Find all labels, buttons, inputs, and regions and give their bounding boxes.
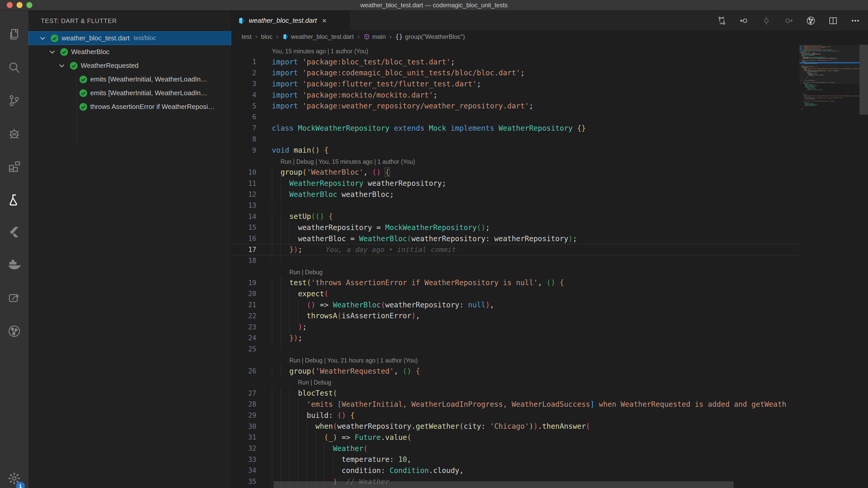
code-line[interactable]: 19 test('throws AssertionError if Weathe…	[232, 277, 800, 288]
breadcrumb-item[interactable]: weather_bloc_test.dart	[282, 33, 354, 40]
code-line[interactable]: 20 expect(	[232, 288, 800, 299]
file-history-button[interactable]	[806, 16, 816, 26]
close-window-button[interactable]	[7, 2, 13, 8]
code-token: city:	[464, 422, 490, 431]
split-editor-button[interactable]	[828, 16, 838, 26]
activity-item-docker[interactable]	[0, 251, 28, 280]
code-line[interactable]: 28 'emits [WeatherInitial, WeatherLoadIn…	[232, 399, 800, 410]
test-tree-item[interactable]: WeatherBloc	[28, 45, 231, 59]
minimap[interactable]: import 'package:bloc_test/bloc_test.dart…	[800, 45, 860, 120]
code-token: 'throws AssertionError if WeatherReposit…	[311, 278, 538, 287]
tab-weather-bloc-test[interactable]: weather_bloc_test.dart ×	[232, 10, 350, 31]
code-line[interactable]: 1import 'package:bloc_test/bloc_test.dar…	[232, 56, 800, 67]
code-line[interactable]: 2import 'package:codemagic_bloc_unit_tes…	[232, 67, 800, 79]
previous-change-button[interactable]	[739, 16, 749, 26]
activity-item-debug[interactable]	[0, 120, 28, 149]
code-line[interactable]: 25	[232, 344, 800, 355]
dart-icon	[238, 17, 245, 25]
code-line[interactable]: 34 condition: Condition.cloudy,	[232, 465, 800, 476]
blame-annotation: You, a day ago • initial commit	[326, 246, 456, 253]
minimize-window-button[interactable]	[17, 2, 23, 8]
code-token: ;	[451, 58, 455, 66]
code-line[interactable]: 23 );	[232, 322, 800, 333]
test-tree-item[interactable]: WeatherRequested	[28, 59, 231, 72]
code-editor[interactable]: You, 15 minutes ago | 1 author (You)1imp…	[232, 43, 868, 488]
code-line[interactable]: 8	[232, 134, 800, 145]
more-actions-button[interactable]	[850, 16, 860, 26]
activity-item-settings[interactable]: 1	[0, 465, 28, 488]
test-tree-item[interactable]: throws AssertionError if WeatherReposi…	[28, 100, 231, 114]
activity-item-testing[interactable]	[0, 186, 28, 214]
code-line[interactable]: 11 WeatherRepository weatherRepository;	[232, 178, 800, 189]
code-line[interactable]: 12 WeatherBloc weatherBloc;	[232, 189, 800, 200]
code-line[interactable]: 27 blocTest(	[232, 388, 800, 399]
vertical-scrollbar-thumb[interactable]	[860, 45, 868, 115]
code-line[interactable]: 29 build: () {	[232, 410, 800, 421]
codelens-link[interactable]: Run | Debug	[289, 269, 322, 276]
activity-item-flutter[interactable]	[0, 218, 28, 247]
test-tree-item[interactable]: weather_bloc_test.darttest/bloc	[28, 31, 231, 45]
codelens-link[interactable]: Run | Debug | You, 21 hours ago | 1 auth…	[289, 357, 418, 364]
open-changes-button[interactable]	[717, 16, 727, 26]
code-line[interactable]: 10 group('WeatherBloc', () {	[232, 167, 800, 178]
code-line[interactable]: 26 group('WeatherRequested', () {	[232, 366, 800, 377]
code-line[interactable]: 4import 'package:mockito/mockito.dart';	[232, 90, 800, 101]
code-line[interactable]: 21 () => WeatherBloc(weatherRepository: …	[232, 299, 800, 310]
test-tree-item[interactable]: emits [WeatherInitial, WeatherLoadIn…	[28, 72, 231, 86]
code-line[interactable]: 13	[232, 200, 800, 211]
chevron-down-icon[interactable]	[48, 48, 57, 56]
vertical-scrollbar[interactable]	[860, 43, 868, 488]
code-line[interactable]: 17 });You, a day ago • initial commit	[232, 244, 800, 255]
activity-item-search[interactable]	[0, 54, 28, 83]
breadcrumb-item[interactable]: bloc	[261, 33, 272, 40]
line-number: 7	[232, 124, 256, 132]
code-token: )	[529, 422, 534, 431]
code-line[interactable]: 6	[232, 112, 800, 123]
code-line[interactable]: 14 setUp(() {	[232, 211, 800, 222]
code-line[interactable]: 33 temperature: 10,	[232, 454, 800, 465]
code-line[interactable]: 9void main() {	[232, 145, 800, 156]
next-change-button[interactable]	[784, 16, 794, 26]
activity-item-explorer[interactable]	[0, 21, 28, 50]
codelens-link[interactable]: You, 15 minutes ago | 1 author (You)	[272, 48, 368, 55]
code-line[interactable]: 30 when(weatherRepository.getWeather(cit…	[232, 421, 800, 432]
code-token: MockWeatherRepository	[298, 124, 390, 132]
code-token: Mock	[429, 124, 446, 132]
code-line[interactable]: 7class MockWeatherRepository extends Moc…	[232, 123, 800, 134]
code-token: 10	[398, 455, 407, 464]
codelens-link[interactable]: Run | Debug	[298, 379, 331, 386]
activity-item-extensions[interactable]	[0, 153, 28, 181]
chevron-down-icon[interactable]	[57, 61, 66, 70]
code-line[interactable]: 15 weatherRepository = MockWeatherReposi…	[232, 222, 800, 233]
activity-item-source-control[interactable]	[0, 87, 28, 115]
code-token: {	[324, 146, 329, 154]
close-tab-icon[interactable]: ×	[320, 16, 328, 25]
code-line[interactable]: 24 });	[232, 333, 800, 344]
tab-label: weather_bloc_test.dart	[249, 17, 317, 25]
horizontal-scrollbar[interactable]	[232, 481, 800, 488]
horizontal-scrollbar-thumb[interactable]	[274, 481, 734, 488]
code-line[interactable]: 3import 'package:flutter_test/flutter_te…	[232, 79, 800, 90]
code-token: weatherRepository;	[363, 179, 446, 188]
code-token: ;	[302, 323, 307, 331]
test-tree-item[interactable]: emits [WeatherInitial, WeatherLoadIn…	[28, 86, 231, 100]
chevron-down-icon[interactable]	[38, 34, 47, 43]
breadcrumb-item[interactable]: test	[242, 33, 252, 40]
breadcrumb-item[interactable]: {}group("WeatherBloc")	[395, 33, 465, 40]
current-position-button[interactable]	[762, 16, 771, 26]
code-line[interactable]: 31 (_) => Future.value(	[232, 432, 800, 443]
code-line[interactable]: 16 weatherBloc = WeatherBloc(weatherRepo…	[232, 233, 800, 244]
code-area[interactable]: You, 15 minutes ago | 1 author (You)1imp…	[232, 45, 800, 487]
code-line[interactable]: 5import 'package:weather_repository/weat…	[232, 100, 800, 112]
activity-item-git-graph[interactable]	[0, 317, 28, 346]
code-line[interactable]: 32 Weather(	[232, 443, 800, 454]
codelens-link[interactable]: Run | Debug | You, 15 minutes ago | 1 au…	[281, 158, 415, 165]
zoom-window-button[interactable]	[26, 2, 32, 8]
breadcrumb-item[interactable]: main	[363, 33, 386, 40]
tree-spacer	[67, 102, 76, 111]
code-line[interactable]: 22 throwsA(isAssertionError),	[232, 310, 800, 322]
git-graph-icon	[7, 324, 21, 339]
code-line[interactable]: 18	[232, 255, 800, 266]
activity-item-share[interactable]	[0, 284, 28, 313]
line-number: 2	[232, 69, 256, 77]
